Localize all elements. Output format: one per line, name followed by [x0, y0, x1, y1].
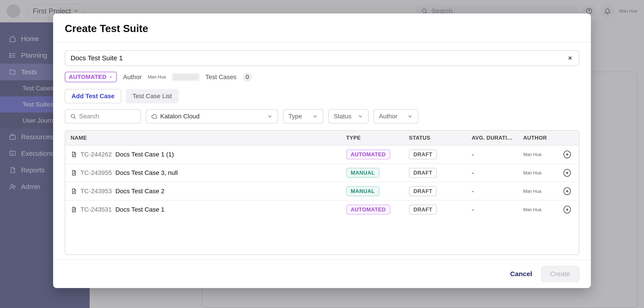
status-pill: DRAFT [409, 186, 437, 196]
author-name: Man Hua [148, 74, 166, 80]
table-empty-space [65, 218, 579, 254]
chevron-down-icon [109, 75, 113, 79]
cell-action [558, 183, 576, 199]
cell-duration: - [466, 165, 518, 180]
table-row[interactable]: TC-243953 Docs Test Case 2MANUALDRAFT-Ma… [65, 182, 579, 200]
col-author: AUTHOR [518, 131, 558, 145]
modal-body: AUTOMATED Author Man Hua Test Cases 0 Ad… [53, 42, 591, 259]
chevron-down-icon [267, 114, 273, 119]
tc-id: TC-243953 [80, 188, 112, 195]
cell-status: DRAFT [404, 182, 466, 200]
chevron-down-icon [358, 114, 363, 119]
suite-meta-row: AUTOMATED Author Man Hua Test Cases 0 [65, 72, 579, 82]
cell-status: DRAFT [404, 146, 466, 164]
tc-search[interactable]: Search [65, 109, 141, 124]
suite-name-input[interactable] [70, 54, 562, 62]
document-icon [70, 170, 77, 176]
cell-action [558, 146, 576, 162]
type-pill: MANUAL [346, 186, 379, 196]
suite-type-badge[interactable]: AUTOMATED [65, 72, 117, 82]
type-pill: MANUAL [346, 168, 379, 178]
clear-name-button[interactable] [567, 55, 574, 62]
create-test-suite-modal: Create Test Suite AUTOMATED Author Man H… [53, 14, 591, 288]
tc-tabs: Add Test Case Test Case List [65, 89, 579, 103]
add-test-case-button[interactable] [564, 206, 571, 214]
status-pill: DRAFT [409, 168, 437, 178]
tc-id: TC-243531 [80, 206, 112, 213]
svg-point-10 [71, 114, 74, 118]
plus-icon [565, 152, 569, 156]
plus-icon [565, 189, 569, 193]
test-case-table: NAME TYPE STATUS AVG. DURATI… AUTHOR TC-… [65, 130, 579, 255]
add-test-case-button[interactable] [564, 169, 571, 177]
cell-name: TC-243531 Docs Test Case 1 [65, 202, 341, 217]
search-icon [70, 114, 76, 119]
close-icon [567, 55, 573, 61]
filter-type[interactable]: Type [283, 109, 323, 124]
plus-icon [565, 171, 569, 175]
table-row[interactable]: TC-243955 Docs Test Case 3, nullMANUALDR… [65, 164, 579, 182]
suite-type-label: AUTOMATED [69, 74, 106, 80]
col-type: TYPE [341, 131, 404, 145]
cell-author: Man Hua [518, 185, 558, 198]
type-pill: AUTOMATED [346, 205, 390, 214]
cell-duration: - [466, 184, 518, 199]
col-name: NAME [65, 131, 341, 145]
modal-title: Create Test Suite [65, 22, 579, 34]
tc-id: TC-244262 [80, 151, 112, 158]
cloud-icon [151, 114, 157, 119]
table-row[interactable]: TC-244262 Docs Test Case 1 (1)AUTOMATEDD… [65, 146, 579, 164]
document-icon [70, 206, 77, 213]
filter-status[interactable]: Status [328, 109, 368, 124]
filter-author-label: Author [379, 113, 398, 120]
cell-author: Man Hua [518, 166, 558, 180]
modal-footer: Cancel Create [53, 259, 591, 288]
filter-author[interactable]: Author [374, 109, 418, 124]
cell-type: MANUAL [341, 164, 404, 182]
source-picker[interactable]: Katalon Cloud [146, 109, 278, 124]
test-cases-count: 0 [243, 73, 252, 82]
document-icon [70, 188, 77, 194]
status-pill: DRAFT [409, 150, 437, 160]
filter-status-label: Status [334, 113, 351, 120]
cell-action [558, 165, 576, 181]
col-status: STATUS [404, 131, 466, 145]
col-duration: AVG. DURATI… [466, 131, 518, 145]
add-test-case-button[interactable] [564, 151, 571, 158]
status-pill: DRAFT [409, 205, 437, 214]
cell-name: TC-244262 Docs Test Case 1 (1) [65, 147, 341, 162]
cell-author: Man Hua [518, 148, 558, 161]
tc-id: TC-243955 [80, 169, 112, 176]
table-header: NAME TYPE STATUS AVG. DURATI… AUTHOR [65, 131, 579, 146]
type-pill: AUTOMATED [346, 150, 390, 160]
tc-search-placeholder: Search [79, 113, 99, 120]
filter-row: Search Katalon Cloud Type Status [65, 109, 579, 124]
cell-author: Man Hua [518, 203, 558, 216]
suite-name-field[interactable] [65, 50, 579, 66]
document-icon [70, 151, 77, 158]
col-actions [558, 131, 576, 145]
filter-type-label: Type [288, 113, 302, 120]
modal-header: Create Test Suite [53, 14, 591, 42]
author-label: Author [123, 74, 142, 81]
test-cases-label: Test Cases [206, 74, 237, 81]
tc-title: Docs Test Case 1 (1) [116, 151, 174, 158]
tc-title: Docs Test Case 3, null [116, 169, 178, 176]
create-button[interactable]: Create [541, 266, 579, 282]
cell-type: AUTOMATED [341, 201, 404, 218]
cell-type: MANUAL [341, 182, 404, 200]
tc-title: Docs Test Case 2 [116, 188, 164, 195]
cell-duration: - [466, 147, 518, 162]
cell-duration: - [466, 202, 518, 217]
cancel-button[interactable]: Cancel [510, 270, 532, 278]
cell-name: TC-243953 Docs Test Case 2 [65, 184, 341, 199]
chevron-down-icon [407, 114, 413, 119]
author-name-blurred [172, 74, 199, 81]
cell-status: DRAFT [404, 201, 466, 218]
cell-status: DRAFT [404, 164, 466, 182]
add-test-case-button[interactable] [564, 188, 571, 195]
chevron-down-icon [312, 114, 318, 119]
tab-add-test-case[interactable]: Add Test Case [65, 89, 121, 103]
tab-test-case-list[interactable]: Test Case List [126, 89, 178, 103]
table-row[interactable]: TC-243531 Docs Test Case 1AUTOMATEDDRAFT… [65, 200, 579, 218]
